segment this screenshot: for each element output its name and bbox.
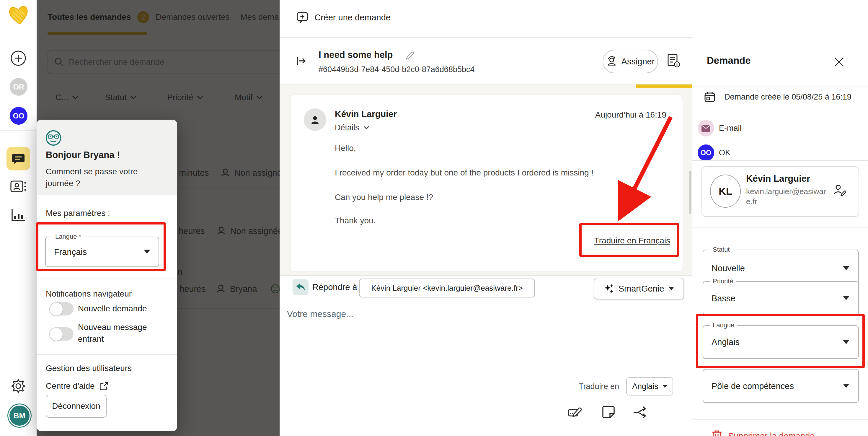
select-caret-icon xyxy=(669,287,674,290)
contact-avatar: KL xyxy=(710,175,741,208)
add-workspace-icon[interactable] xyxy=(10,50,27,66)
signature-icon[interactable] xyxy=(568,405,583,419)
workspace-avatar-oo[interactable]: OO xyxy=(10,107,27,125)
language-detail-select[interactable]: Langue Anglais xyxy=(703,325,859,359)
chat-bubble-icon xyxy=(11,152,25,166)
edit-contact-icon[interactable] xyxy=(833,184,846,196)
assign-person-icon xyxy=(606,56,617,67)
assign-button[interactable]: Assigner xyxy=(602,50,658,73)
create-request-button[interactable]: Créer une demande xyxy=(296,11,391,24)
menu-item-help-center[interactable]: Centre d'aide xyxy=(46,381,108,391)
channel-row: E-mail xyxy=(698,120,742,137)
popup-question: Comment se passe votre journée ? xyxy=(46,166,158,190)
logout-label: Déconnexion xyxy=(52,402,100,411)
language-select[interactable]: Langue * Français xyxy=(45,237,159,267)
composer: Répondre à Kévin Larguier <kevin.larguie… xyxy=(280,275,692,436)
calendar-icon xyxy=(704,91,715,103)
sidebar-item-stats[interactable] xyxy=(11,208,26,222)
toggle-new-request-label: Nouvelle demande xyxy=(78,304,147,313)
collapse-panel-icon[interactable] xyxy=(295,55,307,67)
select-caret-icon xyxy=(144,250,150,254)
create-request-label: Créer une demande xyxy=(314,13,391,23)
translate-composer-link[interactable]: Traduire en xyxy=(579,382,619,391)
details-divider xyxy=(692,87,868,87)
email-channel-icon xyxy=(698,120,714,137)
conversation-tab-indicator xyxy=(636,85,692,88)
select-caret-icon xyxy=(843,384,849,388)
message-card: Kévin Larguier Détails Aujourd’hui à 16:… xyxy=(290,94,683,272)
chevron-down-icon xyxy=(364,126,369,130)
sidebar-item-contacts[interactable] xyxy=(10,179,27,194)
details-label: Détails xyxy=(335,123,359,132)
note-icon[interactable] xyxy=(602,405,615,419)
created-date-row: Demande créée le 05/08/25 à 16:19 xyxy=(704,91,851,103)
create-request-icon xyxy=(296,11,309,24)
toggle-new-message[interactable] xyxy=(49,327,73,341)
created-date-label: Demande créée le 05/08/25 à 16:19 xyxy=(724,92,851,101)
select-caret-icon xyxy=(843,296,849,300)
menu-item-manage-users[interactable]: Gestion des utilisateurs xyxy=(46,364,132,373)
contact-name: Kévin Larguier xyxy=(746,173,810,184)
popup-divider xyxy=(37,354,177,355)
org-row: OO OK xyxy=(698,144,731,161)
select-caret-icon xyxy=(843,340,849,344)
language-select-label: Langue * xyxy=(52,233,84,240)
sidebar-item-requests[interactable] xyxy=(6,147,30,170)
recipient-value: Kévin Larguier <kevin.larguier@easiware.… xyxy=(371,284,523,293)
details-divider xyxy=(692,160,868,161)
message-line: Hello, xyxy=(335,144,356,153)
scrollbar-thumb[interactable] xyxy=(689,171,691,214)
left-rail: OR OO BM xyxy=(0,0,37,436)
user-avatar-bm[interactable]: BM xyxy=(8,404,31,427)
user-settings-popup: Bonjour Bryana ! Comment se passe votre … xyxy=(37,120,177,431)
translate-message-link[interactable]: Traduire en Français xyxy=(594,236,670,245)
delete-request-button[interactable]: Supprimer la demande xyxy=(712,430,814,436)
message-line: Can you help me please !? xyxy=(335,193,433,202)
pole-select-value: Pôle de compétences xyxy=(712,381,794,391)
toggle-new-message-label: Nouveau message entrant xyxy=(78,321,169,345)
settings-gear-icon[interactable] xyxy=(11,378,26,394)
details-divider xyxy=(692,419,868,420)
translate-composer-control: Traduire en Anglais xyxy=(579,377,673,396)
request-details-panel: Demande Demande créée le 05/08/25 à 16:1… xyxy=(692,0,868,436)
popup-greeting: Bonjour Bryana ! xyxy=(46,150,120,161)
ticket-history-icon[interactable] xyxy=(666,53,681,68)
workspace-avatar-or[interactable]: OR xyxy=(10,78,27,96)
message-line: I received my order today but one of the… xyxy=(335,168,593,177)
brand-logo-heart-icon[interactable] xyxy=(8,5,30,27)
translate-message-label: Traduire en Français xyxy=(594,236,670,245)
contact-email: kevin.larguier@easiware.fr xyxy=(746,186,832,206)
ticket-title: I need some help xyxy=(318,50,393,60)
language-detail-value: Anglais xyxy=(712,337,740,347)
channel-label: E-mail xyxy=(719,124,742,133)
priority-select-value: Basse xyxy=(712,293,736,303)
toggle-new-request[interactable] xyxy=(49,302,73,316)
app-root: OR OO BM Toutes les demandes 2 Demandes … xyxy=(0,0,868,436)
sender-avatar xyxy=(304,108,326,131)
select-caret-icon xyxy=(843,266,849,270)
priority-select[interactable]: Priorité Basse xyxy=(703,281,859,315)
settings-label: Mes paramètres : xyxy=(46,207,110,219)
recipient-chip[interactable]: Kévin Larguier <kevin.larguier@easiware.… xyxy=(359,279,535,297)
contact-card[interactable]: KL Kévin Larguier kevin.larguier@easiwar… xyxy=(702,166,859,217)
rail-divider xyxy=(0,130,37,130)
details-title: Demande xyxy=(707,55,751,66)
message-details-toggle[interactable]: Détails xyxy=(335,123,369,132)
details-divider xyxy=(692,227,868,228)
transfer-icon[interactable] xyxy=(633,406,650,419)
close-icon[interactable] xyxy=(833,56,845,68)
help-center-label: Centre d'aide xyxy=(46,381,95,391)
external-link-icon xyxy=(99,382,108,390)
translate-language-select[interactable]: Anglais xyxy=(626,377,673,396)
assign-button-label: Assigner xyxy=(621,57,655,66)
edit-title-icon[interactable] xyxy=(405,50,415,60)
org-name: OK xyxy=(719,148,731,157)
ticket-id: #60449b3d-7e84-450d-b2c0-87a6d68b5bc4 xyxy=(318,65,474,74)
conversation-topbar: Créer une demande xyxy=(280,0,692,38)
logout-button[interactable]: Déconnexion xyxy=(46,395,106,418)
popup-header: Bonjour Bryana ! Comment se passe votre … xyxy=(37,120,177,195)
pole-select[interactable]: Pôle de compétences xyxy=(703,369,859,403)
message-input-placeholder[interactable]: Votre message... xyxy=(287,309,353,319)
smartgenie-button[interactable]: SmartGenie xyxy=(594,278,684,299)
smiley-glasses-icon xyxy=(45,130,62,146)
